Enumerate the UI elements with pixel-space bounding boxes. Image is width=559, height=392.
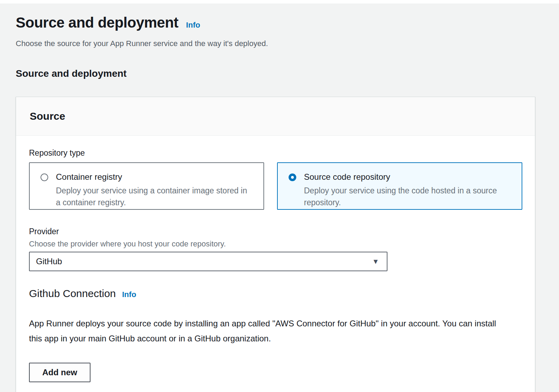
radio-button[interactable] — [41, 173, 48, 181]
page-title: Source and deployment — [16, 14, 179, 31]
github-connection-header: Github Connection Info — [29, 287, 522, 300]
page-subtitle: Choose the source for your App Runner se… — [16, 38, 543, 49]
github-connection-heading: Github Connection — [29, 287, 116, 300]
repository-type-tiles: Container registry Deploy your service u… — [29, 162, 522, 210]
page-header: Source and deployment Info — [16, 14, 543, 31]
main-content: Source and deployment Info Choose the so… — [0, 14, 559, 392]
provider-field: Provider Choose the provider where you h… — [29, 227, 522, 271]
section-heading: Source and deployment — [16, 68, 543, 80]
chevron-down-icon: ▼ — [372, 258, 379, 265]
tile-source-code-repository[interactable]: Source code repository Deploy your servi… — [277, 162, 522, 210]
radio-button-selected[interactable] — [289, 173, 296, 181]
provider-select[interactable]: GitHub ▼ — [29, 252, 387, 271]
source-panel-title: Source — [30, 110, 521, 123]
provider-help-text: Choose the provider where you host your … — [29, 239, 522, 249]
add-new-button[interactable]: Add new — [29, 363, 90, 382]
tile-description: Deploy your service using the code hoste… — [304, 185, 500, 208]
top-strip — [0, 0, 559, 3]
source-panel-header: Source — [16, 97, 535, 136]
tile-container-registry[interactable]: Container registry Deploy your service u… — [29, 162, 264, 210]
github-connection-description: App Runner deploys your source code by i… — [29, 316, 507, 346]
source-panel-body: Repository type Container registry Deplo… — [16, 136, 535, 392]
tile-description: Deploy your service using a container im… — [56, 185, 252, 208]
provider-select-value: GitHub — [36, 257, 62, 266]
repository-type-label: Repository type — [29, 148, 522, 158]
github-connection-info-link[interactable]: Info — [122, 290, 136, 299]
provider-label: Provider — [29, 227, 522, 236]
tile-label: Container registry — [56, 171, 252, 183]
tile-content: Source code repository Deploy your servi… — [304, 171, 500, 208]
tile-content: Container registry Deploy your service u… — [56, 171, 252, 208]
page-title-info-link[interactable]: Info — [186, 21, 200, 30]
source-panel: Source Repository type Container registr… — [16, 97, 535, 392]
tile-label: Source code repository — [304, 171, 500, 183]
